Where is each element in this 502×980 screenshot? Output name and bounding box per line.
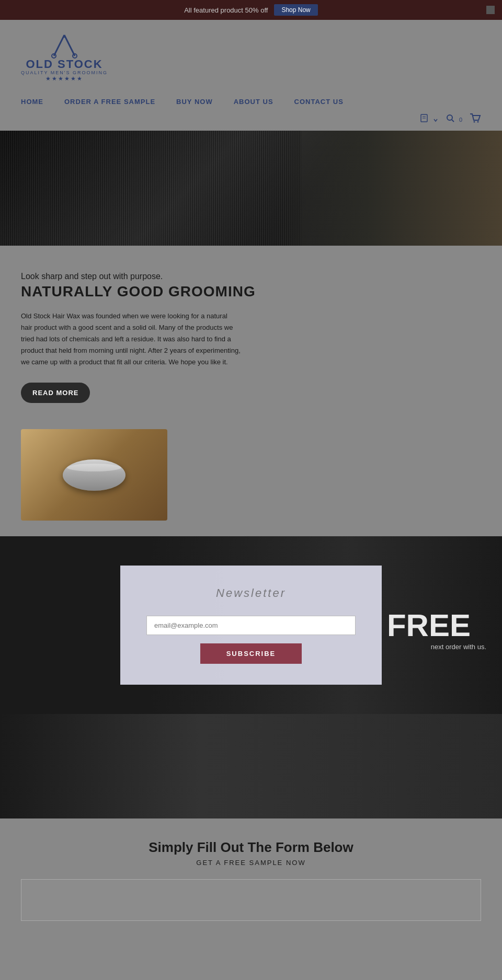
free-sample-section: Simply Fill Out The Form Below GET A FRE… [0, 818, 502, 937]
nav-link-free-sample[interactable]: ORDER A FREE SAMPLE [64, 98, 155, 106]
announcement-bar: All featured product 50% off Shop Now [0, 0, 502, 20]
search-button[interactable] [446, 113, 455, 125]
newsletter-section: FREE next order with us. Newsletter SUBS… [0, 536, 502, 714]
free-sample-form-container [21, 879, 481, 921]
chevron-down-icon [433, 118, 438, 122]
subscribe-button[interactable]: SUBSCRIBE [200, 643, 302, 664]
search-icon [446, 113, 455, 123]
header-icons: 0 [0, 111, 502, 131]
nav-links: HOME ORDER A FREE SAMPLE BUY NOW ABOUT U… [21, 97, 481, 106]
form-section-title: Simply Fill Out The Form Below [21, 839, 481, 856]
brand-tagline: QUALITY MEN'S GROOMING [21, 70, 108, 75]
form-section-subtitle: GET A FREE SAMPLE NOW [21, 859, 481, 867]
close-icon[interactable] [486, 6, 495, 14]
free-label: FREE [387, 607, 471, 643]
about-subtitle: Look sharp and step out with purpose. [21, 272, 481, 281]
email-input[interactable] [146, 616, 356, 635]
svg-point-11 [477, 121, 479, 123]
svg-line-0 [54, 35, 64, 56]
mobile-toggle-button[interactable] [420, 114, 438, 125]
nav-link-home[interactable]: HOME [21, 98, 43, 106]
logo[interactable]: OLD STOCK QUALITY MEN'S GROOMING ★★★★★★ [21, 32, 108, 82]
product-tin-image [63, 459, 126, 491]
about-section: Look sharp and step out with purpose. NA… [0, 246, 502, 536]
product-image [21, 429, 167, 521]
cart-button[interactable] [470, 113, 481, 125]
man-photo-bg [0, 714, 502, 818]
read-more-button[interactable]: READ MORE [21, 383, 90, 403]
about-body-text: Old Stock Hair Wax was founded when we w… [21, 310, 241, 368]
man-photo-section [0, 714, 502, 818]
man-left-silhouette [0, 536, 105, 714]
hero-beard-image [0, 131, 301, 246]
svg-point-8 [447, 115, 452, 120]
hero-banner [0, 131, 502, 246]
nav-item-about[interactable]: ABOUT US [234, 97, 273, 106]
nav-item-home[interactable]: HOME [21, 97, 43, 106]
nav-link-about[interactable]: ABOUT US [234, 98, 273, 106]
nav-link-buy-now[interactable]: BUY NOW [176, 98, 213, 106]
about-title: NATURALLY GOOD GROOMING [21, 283, 481, 300]
svg-line-9 [452, 120, 454, 122]
nav-item-contact[interactable]: CONTACT US [294, 97, 344, 106]
mobile-icon [420, 114, 430, 122]
newsletter-modal: Newsletter SUBSCRIBE [120, 566, 382, 685]
free-subtext: next order with us. [431, 643, 486, 651]
announcement-text: All featured product 50% off [184, 6, 268, 14]
cart-count: 0 [459, 117, 462, 123]
hero-man-image [276, 131, 502, 246]
brand-stars: ★★★★★★ [45, 75, 83, 82]
cart-icon [470, 113, 481, 123]
scissors-icon [49, 32, 80, 59]
svg-point-10 [474, 121, 475, 123]
svg-line-1 [64, 35, 75, 56]
nav-item-buy-now[interactable]: BUY NOW [176, 97, 213, 106]
nav-link-contact[interactable]: CONTACT US [294, 98, 344, 106]
main-nav: HOME ORDER A FREE SAMPLE BUY NOW ABOUT U… [0, 87, 502, 111]
shop-now-button[interactable]: Shop Now [274, 4, 317, 16]
newsletter-modal-title: Newsletter [216, 586, 286, 600]
nav-item-free-sample[interactable]: ORDER A FREE SAMPLE [64, 97, 155, 106]
brand-name: OLD STOCK [26, 59, 102, 70]
site-header: OLD STOCK QUALITY MEN'S GROOMING ★★★★★★ [0, 20, 502, 87]
